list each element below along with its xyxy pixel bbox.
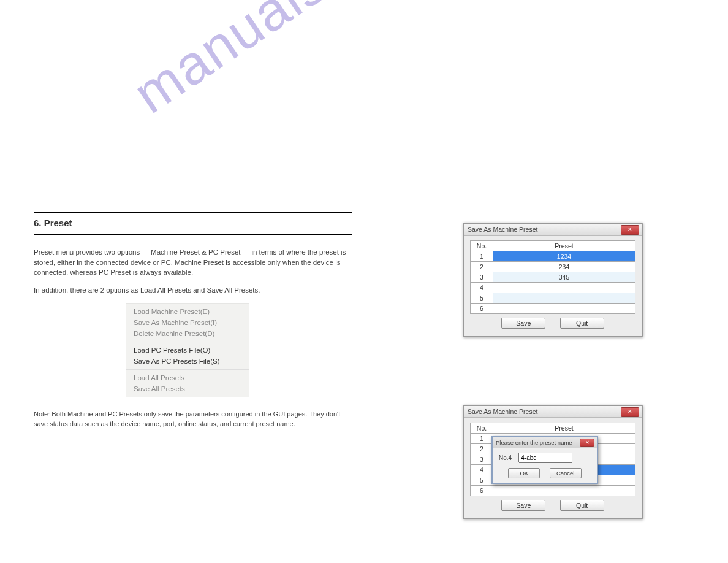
inner-label: No.4 (499, 454, 512, 461)
col-no: No. (471, 423, 493, 434)
dialog-title-text: Save As Machine Preset (468, 226, 537, 233)
right-column: Save As Machine Preset ✕ No. Preset 1123… (389, 212, 694, 530)
row-preset[interactable]: 1234 (493, 251, 635, 262)
menu-item[interactable]: Delete Machine Preset(D) (126, 328, 249, 339)
intro-text-2: In addition, there are 2 options as Load… (34, 285, 352, 296)
row-no: 3 (471, 454, 493, 465)
preset-menu-mock: Load Machine Preset(E) Save As Machine P… (126, 303, 249, 397)
row-no: 4 (471, 465, 493, 475)
row-preset[interactable]: 345 (493, 272, 635, 283)
preset-name-dialog: Please enter the preset name ✕ No.4 OK C… (491, 436, 598, 484)
row-no: 1 (471, 434, 493, 444)
dialog-title: Save As Machine Preset ✕ (464, 224, 642, 236)
ok-button[interactable]: OK (508, 468, 540, 478)
quit-button[interactable]: Quit (560, 500, 604, 511)
quit-button[interactable]: Quit (560, 318, 604, 329)
dialog-title-text: Save As Machine Preset (468, 408, 537, 415)
preset-table: No. Preset 11234 2234 3345 4 5 6 (470, 240, 635, 314)
col-preset: Preset (493, 241, 635, 251)
save-preset-dialog-2: Save As Machine Preset ✕ No. Preset 1 2 … (463, 405, 643, 519)
menu-item[interactable]: Load All Presets (126, 372, 249, 383)
menu-item[interactable]: Load PC Presets File(O) (126, 345, 249, 356)
watermark-text: manualshive.com (123, 0, 529, 126)
left-column: 6. Preset Preset menu provides two optio… (34, 212, 352, 530)
menu-item[interactable]: Load Machine Preset(E) (126, 306, 249, 317)
row-no: 6 (471, 486, 493, 496)
close-icon[interactable]: ✕ (621, 225, 639, 235)
save-preset-dialog-1: Save As Machine Preset ✕ No. Preset 1123… (463, 223, 643, 337)
row-preset[interactable] (493, 293, 635, 304)
menu-item[interactable]: Save As Machine Preset(I) (126, 317, 249, 328)
row-no: 5 (471, 293, 493, 304)
menu-item[interactable]: Save As PC Presets File(S) (126, 356, 249, 367)
note-text: Note: Both Machine and PC Presets only s… (34, 410, 352, 429)
intro-text-1: Preset menu provides two options — Machi… (34, 247, 352, 278)
close-icon[interactable]: ✕ (621, 407, 639, 417)
save-button[interactable]: Save (501, 500, 545, 511)
row-no: 3 (471, 272, 493, 283)
row-preset[interactable] (493, 283, 635, 293)
row-preset[interactable] (493, 486, 635, 496)
col-no: No. (471, 241, 493, 251)
preset-name-input[interactable] (518, 453, 572, 463)
save-button[interactable]: Save (501, 318, 545, 329)
row-preset[interactable]: 234 (493, 262, 635, 272)
close-icon[interactable]: ✕ (580, 439, 594, 447)
inner-dialog-title: Please enter the preset name ✕ (493, 437, 597, 448)
row-no: 4 (471, 283, 493, 293)
row-no: 2 (471, 444, 493, 454)
col-preset: Preset (493, 423, 635, 434)
row-preset[interactable] (493, 304, 635, 314)
section-title: 6. Preset (34, 212, 352, 235)
menu-item[interactable]: Save All Presets (126, 383, 249, 394)
inner-title-text: Please enter the preset name (496, 439, 572, 446)
page-body: 6. Preset Preset menu provides two optio… (34, 212, 694, 530)
row-no: 1 (471, 251, 493, 262)
row-no: 6 (471, 304, 493, 314)
row-no: 5 (471, 475, 493, 486)
row-no: 2 (471, 262, 493, 272)
cancel-button[interactable]: Cancel (550, 468, 582, 478)
dialog-title: Save As Machine Preset ✕ (464, 406, 642, 418)
